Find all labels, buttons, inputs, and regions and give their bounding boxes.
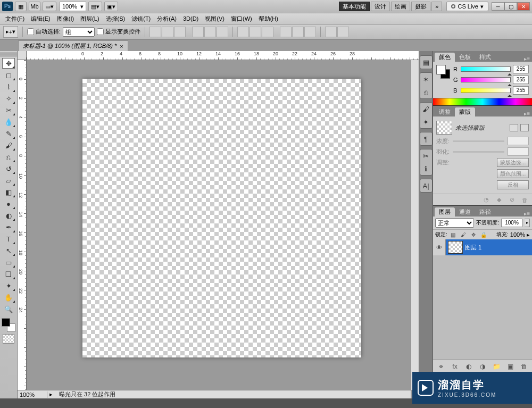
dock-character-icon[interactable]: A| (421, 181, 431, 190)
workspace-essentials[interactable]: 基本功能 (339, 2, 370, 11)
pen-tool[interactable]: ✒ (2, 222, 15, 232)
slider-r[interactable]: R255 (453, 65, 529, 73)
wand-tool[interactable]: ✧ (2, 93, 15, 104)
menu-3d[interactable]: 3D(D) (180, 14, 202, 23)
scrollbar-vertical[interactable] (411, 60, 419, 390)
mask-delete-icon[interactable]: 🗑 (520, 196, 529, 204)
dock-brushpreset-icon[interactable]: 🖌 (421, 104, 431, 114)
menu-view[interactable]: 视图(V) (202, 14, 228, 24)
feather-value[interactable] (508, 147, 529, 156)
maximize-button[interactable]: ▢ (504, 2, 517, 11)
lock-transparent-icon[interactable]: ▨ (449, 231, 458, 238)
auto-select-checkbox[interactable]: 自动选择: (27, 28, 61, 36)
spectrum-bar[interactable] (433, 98, 532, 105)
blur-tool[interactable]: ● (2, 198, 15, 209)
fill-value[interactable]: 100% (510, 231, 525, 238)
ruler-horizontal[interactable]: 0246810121416182022242628 (27, 51, 419, 60)
tab-layers[interactable]: 图层 (435, 207, 455, 217)
menu-file[interactable]: 文件(F) (2, 14, 28, 24)
distribute-group-1[interactable] (237, 27, 273, 37)
path-tool[interactable]: ↖ (2, 245, 15, 256)
3d-tool[interactable]: ❏ (2, 269, 15, 279)
dock-toolpreset-icon[interactable]: ✦ (421, 117, 431, 127)
tab-paths[interactable]: 路径 (475, 207, 495, 217)
screen-mode-button[interactable]: ▭▾ (43, 2, 56, 11)
healing-tool[interactable]: ✎ (2, 128, 15, 139)
status-zoom[interactable]: 100% (18, 392, 47, 398)
dock-brush-icon[interactable]: ✶ (421, 74, 431, 84)
layer-name[interactable]: 图层 1 (465, 244, 532, 252)
workspace-design[interactable]: 设计 (371, 2, 390, 11)
move-tool[interactable]: ✥ (2, 58, 15, 69)
type-tool[interactable]: T (2, 234, 15, 244)
panel-fg-swatch[interactable] (436, 65, 446, 74)
auto-select-target[interactable]: 组 (63, 27, 95, 37)
close-button[interactable]: ✕ (517, 2, 530, 11)
layer-thumb[interactable] (448, 241, 463, 254)
menu-select[interactable]: 选择(S) (103, 14, 129, 24)
3d-camera-tool[interactable]: ✦ (2, 280, 15, 291)
gradient-tool[interactable]: ◧ (2, 187, 15, 197)
zoom-select[interactable]: 100%▾ (60, 2, 86, 11)
group-icon[interactable]: 📁 (492, 362, 501, 371)
panel-color-swatches[interactable] (436, 65, 450, 79)
arrange-button[interactable]: ▤▾ (88, 2, 102, 11)
document-tab[interactable]: 未标题-1 @ 100% (图层 1, RGB/8) * × (18, 40, 128, 51)
add-mask-icon[interactable]: ◐ (464, 362, 473, 371)
brush-tool[interactable]: 🖌 (2, 140, 15, 151)
menu-window[interactable]: 窗口(W) (228, 14, 255, 24)
dock-paragraph-icon[interactable]: ¶ (421, 134, 431, 144)
tab-styles[interactable]: 样式 (475, 53, 495, 62)
pixel-mask-icon[interactable] (510, 124, 518, 131)
tab-color[interactable]: 颜色 (435, 53, 455, 62)
lock-all-icon[interactable]: 🔒 (479, 231, 488, 238)
tab-adjust[interactable]: 调整 (435, 107, 455, 116)
current-tool-icon[interactable]: ▸+▾ (3, 26, 18, 38)
tab-swatches[interactable]: 色板 (455, 53, 475, 62)
document-tab-close[interactable]: × (120, 43, 123, 49)
menu-image[interactable]: 图像(I) (54, 14, 77, 24)
align-group-1[interactable] (149, 27, 186, 37)
fx-icon[interactable]: fx (450, 362, 460, 371)
dodge-tool[interactable]: ◐ (2, 210, 15, 221)
dock-history-icon[interactable]: ▤ (421, 57, 431, 67)
invert-button[interactable]: 反相 (497, 180, 529, 189)
lock-position-icon[interactable]: ✥ (469, 231, 478, 238)
quickmask-toggle[interactable] (3, 334, 14, 344)
dock-info-icon[interactable]: ℹ (421, 164, 431, 173)
stamp-tool[interactable]: ⎌ (2, 152, 15, 162)
density-value[interactable] (508, 137, 529, 145)
fill-slider-arrow[interactable]: ▸ (527, 231, 530, 238)
workspace-more[interactable]: » (431, 2, 442, 11)
mask-edge-button[interactable]: 蒙版边缘... (497, 158, 529, 167)
status-doc-info-icon[interactable]: ▸ (47, 391, 55, 398)
ruler-vertical[interactable]: 024681012141618202224 (18, 60, 27, 398)
distribute-group-2[interactable] (280, 27, 316, 37)
align-group-2[interactable] (192, 27, 228, 37)
lasso-tool[interactable]: ⌇ (2, 81, 15, 92)
layer-visibility-icon[interactable]: 👁 (433, 239, 446, 255)
tab-mask[interactable]: 蒙版 (455, 107, 475, 116)
menu-edit[interactable]: 编辑(E) (28, 14, 54, 24)
foreground-swatch[interactable] (2, 318, 10, 327)
tab-channels[interactable]: 通道 (455, 207, 475, 217)
canvas[interactable] (82, 79, 361, 357)
show-transform-checkbox[interactable]: 显示变换控件 (97, 28, 140, 36)
history-brush-tool[interactable]: ↺ (2, 163, 15, 174)
menu-analysis[interactable]: 分析(A) (154, 14, 180, 24)
layer-row[interactable]: 👁 图层 1 (433, 239, 532, 255)
color-swatches[interactable] (2, 318, 15, 332)
dock-clone-icon[interactable]: ⎌ (421, 87, 431, 97)
workspace-painting[interactable]: 绘画 (391, 2, 410, 11)
minimize-button[interactable]: ─ (492, 2, 504, 11)
link-layers-icon[interactable]: ⚭ (436, 362, 446, 371)
eyedropper-tool[interactable]: 💧 (2, 116, 15, 127)
slider-b[interactable]: B255 (453, 86, 529, 95)
workspace-photo[interactable]: 摄影 (411, 2, 430, 11)
menu-help[interactable]: 帮助(H) (255, 14, 281, 24)
bridge-button[interactable]: ▦ (15, 2, 27, 11)
extras-button[interactable]: ▣▾ (104, 2, 118, 11)
adjustment-layer-icon[interactable]: ◑ (478, 362, 487, 371)
marquee-tool[interactable]: ◻ (2, 70, 15, 80)
ruler-origin[interactable] (18, 51, 27, 60)
